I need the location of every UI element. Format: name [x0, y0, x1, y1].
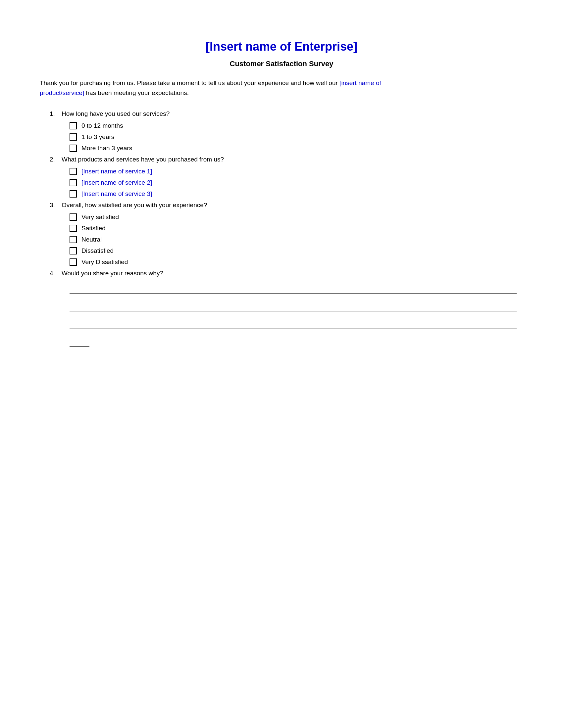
- checkbox-q3-opt2[interactable]: [70, 225, 77, 232]
- checkbox-q3-opt5[interactable]: [70, 258, 77, 266]
- option-label: 1 to 3 years: [81, 133, 114, 141]
- option-label: Neutral: [81, 236, 102, 243]
- checkbox-q3-opt1[interactable]: [70, 213, 77, 221]
- list-item: 0 to 12 months: [70, 122, 523, 129]
- checkbox-q2-opt3[interactable]: [70, 190, 77, 198]
- list-item: Neutral: [70, 236, 523, 243]
- question-3-options: Very satisfied Satisfied Neutral Dissati…: [70, 213, 523, 266]
- list-item: [Insert name of service 3]: [70, 190, 523, 198]
- question-4-text: Would you share your reasons why?: [62, 270, 163, 277]
- option-label: Very satisfied: [81, 213, 119, 221]
- question-2-number: 2.: [50, 156, 62, 163]
- question-4-number: 4.: [50, 270, 62, 277]
- question-3-text: Overall, how satisfied are you with your…: [62, 202, 207, 209]
- option-label: Very Dissatisfied: [81, 258, 128, 266]
- list-item: More than 3 years: [70, 145, 523, 152]
- list-item: Very Dissatisfied: [70, 258, 523, 266]
- option-label: Satisfied: [81, 225, 106, 232]
- service-3-link[interactable]: [Insert name of service 3]: [81, 190, 152, 198]
- page-title: [Insert name of Enterprise]: [40, 40, 523, 54]
- checkbox-q2-opt1[interactable]: [70, 168, 77, 175]
- question-1-options: 0 to 12 months 1 to 3 years More than 3 …: [70, 122, 523, 152]
- checkbox-q3-opt3[interactable]: [70, 236, 77, 243]
- intro-text-before: Thank you for purchasing from us. Please…: [40, 79, 340, 86]
- survey-subtitle: Customer Satisfaction Survey: [40, 60, 523, 68]
- checkbox-q1-opt1[interactable]: [70, 122, 77, 129]
- question-1: 1. How long have you used our services? …: [50, 110, 523, 152]
- checkbox-q1-opt3[interactable]: [70, 145, 77, 152]
- list-item: Dissatisfied: [70, 247, 523, 254]
- answer-line-4[interactable]: [70, 335, 89, 347]
- list-item: [Insert name of service 1]: [70, 168, 523, 175]
- list-item: 1 to 3 years: [70, 133, 523, 141]
- question-1-number: 1.: [50, 110, 62, 117]
- option-label: Dissatisfied: [81, 247, 114, 254]
- questions-list: 1. How long have you used our services? …: [50, 110, 523, 347]
- question-3-number: 3.: [50, 202, 62, 209]
- question-4: 4. Would you share your reasons why?: [50, 270, 523, 347]
- intro-paragraph: Thank you for purchasing from us. Please…: [40, 78, 404, 98]
- answer-line-1[interactable]: [70, 282, 517, 294]
- checkbox-q2-opt2[interactable]: [70, 179, 77, 186]
- service-2-link[interactable]: [Insert name of service 2]: [81, 179, 152, 186]
- answer-line-2[interactable]: [70, 299, 517, 311]
- answer-lines: [70, 282, 523, 347]
- list-item: Satisfied: [70, 225, 523, 232]
- option-label: 0 to 12 months: [81, 122, 123, 129]
- question-3: 3. Overall, how satisfied are you with y…: [50, 202, 523, 266]
- list-item: [Insert name of service 2]: [70, 179, 523, 186]
- intro-text-after: has been meeting your expectations.: [84, 89, 189, 96]
- option-label: More than 3 years: [81, 145, 132, 152]
- question-2-options: [Insert name of service 1] [Insert name …: [70, 168, 523, 198]
- question-2: 2. What products and services have you p…: [50, 156, 523, 198]
- checkbox-q1-opt2[interactable]: [70, 133, 77, 141]
- question-2-text: What products and services have you purc…: [62, 156, 224, 163]
- checkbox-q3-opt4[interactable]: [70, 247, 77, 254]
- answer-line-3[interactable]: [70, 317, 517, 329]
- question-1-text: How long have you used our services?: [62, 110, 169, 117]
- list-item: Very satisfied: [70, 213, 523, 221]
- service-1-link[interactable]: [Insert name of service 1]: [81, 168, 152, 175]
